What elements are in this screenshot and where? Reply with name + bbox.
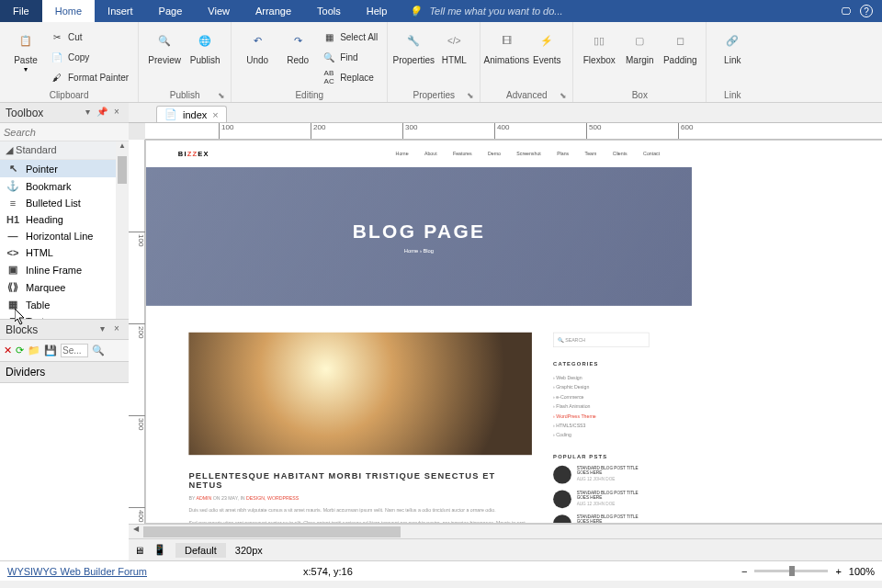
design-canvas[interactable]: BIZZEX HomeAboutFeaturesDemoScreenshotPl…: [145, 140, 882, 524]
post-meta: BY ADMIN ON 23 MAY, IN DESIGN, WORDPRESS: [188, 495, 532, 501]
post-paragraph: Sed non mauris vitae erat consequat auct…: [188, 519, 532, 524]
save-icon[interactable]: 💾: [44, 345, 57, 356]
zoom-in-button[interactable]: +: [835, 566, 841, 577]
format-painter-button[interactable]: 🖌Format Painter: [46, 68, 132, 86]
redo-button[interactable]: ↷Redo: [277, 24, 318, 65]
breakpoint-320[interactable]: 320px: [235, 545, 263, 556]
menu-file[interactable]: File: [0, 0, 42, 22]
status-bar: WYSIWYG Web Builder Forum x:574, y:16 − …: [0, 560, 882, 581]
post-title: PELLENTESQUE HABITANT MORBI TRISTIQUE SE…: [188, 471, 532, 491]
code-icon: <>: [6, 247, 20, 258]
popular-post-item: STANDARD BLOG POST TITLE GOES HEREAUG 12…: [553, 490, 649, 508]
search-icon[interactable]: 🔍: [92, 345, 105, 356]
pointer-icon: ↖: [6, 163, 20, 175]
zoom-slider[interactable]: [754, 570, 828, 572]
hr-icon: —: [6, 231, 20, 242]
canvas-area: 📄 index × 100200300400500600 10020030040…: [129, 103, 882, 560]
ribbon-group-editing: ↶Undo ↷Redo ▦Select All 🔍Find ABACReplac…: [232, 22, 388, 102]
toolbox-item-heading[interactable]: H1Heading: [0, 211, 129, 228]
categories-heading: CATEGORIES: [553, 361, 649, 367]
ribbon-group-link: 🔗Link Link: [707, 22, 758, 102]
blog-sidebar: 🔍 SEARCH CATEGORIES Web DesignGraphic De…: [553, 333, 649, 524]
folder-icon[interactable]: 📁: [28, 345, 40, 356]
group-label: Link: [712, 88, 752, 102]
menu-view[interactable]: View: [195, 0, 243, 22]
paste-button[interactable]: 📋Paste▾: [6, 24, 46, 74]
display-icon[interactable]: 🖵: [841, 6, 851, 17]
toolbox-item-html[interactable]: <>HTML: [0, 244, 129, 261]
menu-home[interactable]: Home: [42, 0, 95, 22]
margin-button[interactable]: ▢Margin: [619, 24, 660, 65]
popular-posts-heading: POPULAR PSTS: [553, 453, 649, 458]
hero-banner: BLOG PAGE Home › Blog: [146, 167, 692, 306]
frame-icon: ▣: [6, 264, 20, 276]
replace-button[interactable]: ABACReplace: [318, 68, 381, 86]
menu-help[interactable]: Help: [354, 0, 401, 22]
toolbox-item-bulleted-list[interactable]: ≡Bulleted List: [0, 195, 129, 211]
toolbox-search-input[interactable]: [4, 127, 131, 138]
cut-button[interactable]: ✂Cut: [46, 28, 132, 46]
forum-link[interactable]: WYSIWYG Web Builder Forum: [7, 566, 147, 577]
group-label: Properties: [413, 90, 455, 100]
blocks-search-input[interactable]: [61, 344, 88, 357]
zoom-level[interactable]: 100%: [849, 566, 875, 577]
pin-icon[interactable]: 📌: [96, 107, 108, 119]
ribbon-group-clipboard: 📋Paste▾ ✂Cut 📄Copy 🖌Format Painter Clipb…: [0, 22, 139, 102]
events-button[interactable]: ⚡Events: [526, 24, 567, 65]
ruler-vertical[interactable]: 100200300400: [129, 140, 145, 524]
dialog-launcher-icon[interactable]: ⬊: [467, 91, 474, 100]
toolbox-item-table[interactable]: ▦Table: [0, 296, 129, 313]
page-content: BIZZEX HomeAboutFeaturesDemoScreenshotPl…: [146, 141, 692, 524]
undo-button[interactable]: ↶Undo: [237, 24, 277, 65]
close-tab-icon[interactable]: ×: [212, 109, 218, 120]
flexbox-button[interactable]: ▯▯Flexbox: [579, 24, 619, 65]
popular-post-item: STANDARD BLOG POST TITLE GOES HERE: [553, 514, 649, 524]
toolbox-item-marquee[interactable]: ⟪⟫Marquee: [0, 278, 129, 296]
help-icon[interactable]: ?: [860, 5, 873, 17]
dropdown-icon[interactable]: ▾: [81, 107, 94, 119]
html-button[interactable]: </>HTML: [434, 24, 474, 65]
publish-button[interactable]: 🌐Publish: [185, 24, 225, 65]
tell-me-search[interactable]: 💡 Tell me what you want to do...: [409, 6, 562, 17]
menu-arrange[interactable]: Arrange: [243, 0, 304, 22]
toolbox-item-horizontal-line[interactable]: —Horizontal Line: [0, 228, 129, 244]
toolbox-scrollbar[interactable]: ▲: [116, 141, 129, 319]
properties-button[interactable]: 🔧Properties: [393, 24, 434, 65]
ruler-horizontal[interactable]: 100200300400500600: [145, 123, 882, 140]
toolbox-item-bookmark[interactable]: ⚓Bookmark: [0, 177, 129, 195]
link-button[interactable]: 🔗Link: [712, 24, 752, 65]
group-label: Advanced: [506, 90, 547, 100]
dialog-launcher-icon[interactable]: ⬊: [560, 91, 567, 100]
zoom-out-button[interactable]: −: [741, 566, 747, 577]
sidebar-search: 🔍 SEARCH: [553, 333, 649, 347]
find-button[interactable]: 🔍Find: [318, 48, 381, 66]
breakpoint-default[interactable]: Default: [175, 543, 226, 558]
ribbon-group-advanced: 🎞Animations ⚡Events Advanced⬊: [481, 22, 573, 102]
close-icon[interactable]: ×: [110, 323, 123, 336]
blocks-header: Blocks ▾ ×: [0, 320, 129, 340]
copy-button[interactable]: 📄Copy: [46, 48, 132, 66]
delete-icon[interactable]: ✕: [4, 345, 12, 356]
refresh-icon[interactable]: ⟳: [16, 345, 24, 356]
toolbox-item-pointer[interactable]: ↖Pointer: [0, 160, 129, 177]
menu-page[interactable]: Page: [146, 0, 196, 22]
close-icon[interactable]: ×: [110, 107, 123, 119]
horizontal-scrollbar[interactable]: ◀▶: [129, 524, 882, 538]
menu-tools[interactable]: Tools: [304, 0, 354, 22]
padding-button[interactable]: ◻Padding: [660, 24, 700, 65]
preview-button[interactable]: 🔍Preview: [144, 24, 185, 65]
toolbox-item-inline-frame[interactable]: ▣Inline Frame: [0, 261, 129, 278]
toolbox-item-text[interactable]: TText: [0, 313, 129, 319]
dialog-launcher-icon[interactable]: ⬊: [218, 91, 225, 100]
dropdown-icon[interactable]: ▾: [96, 323, 108, 336]
toolbox-header: Toolbox ▾ 📌 ×: [0, 103, 129, 123]
dividers-header[interactable]: Dividers: [0, 361, 129, 383]
tab-index[interactable]: 📄 index ×: [156, 106, 227, 122]
ribbon-group-properties: 🔧Properties </>HTML Properties⬊: [388, 22, 481, 102]
animations-button[interactable]: 🎞Animations: [486, 24, 526, 65]
menu-insert[interactable]: Insert: [95, 0, 146, 22]
desktop-icon[interactable]: 🖥: [134, 545, 144, 556]
select-all-button[interactable]: ▦Select All: [318, 28, 381, 46]
responsive-icon[interactable]: 📱: [153, 544, 166, 556]
toolbox-group-standard[interactable]: ◢ Standard: [0, 141, 129, 160]
